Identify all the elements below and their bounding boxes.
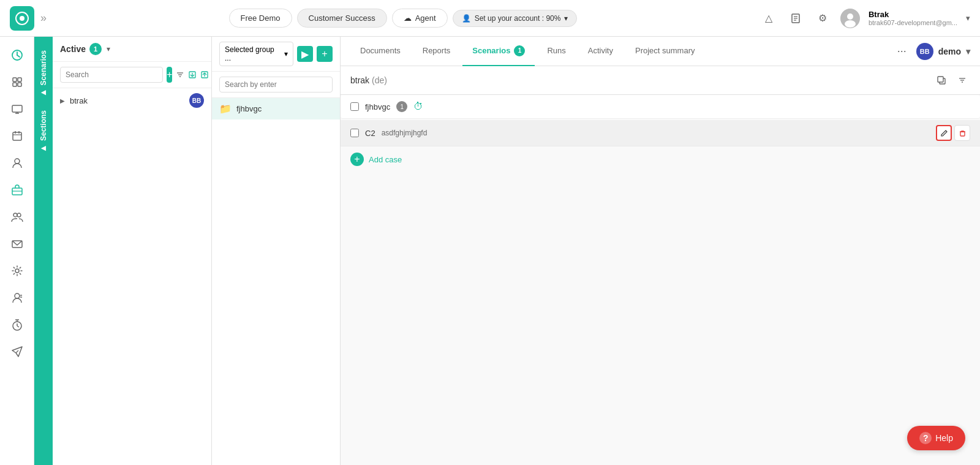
account-setup-button[interactable]: 👤 Set up your account : 90% ▾ bbox=[453, 10, 578, 27]
group-checkbox[interactable] bbox=[350, 102, 359, 111]
sidebar-item-user[interactable] bbox=[5, 151, 29, 175]
svg-rect-13 bbox=[18, 78, 21, 81]
document-icon[interactable] bbox=[786, 9, 805, 28]
case-id: C2 bbox=[365, 129, 375, 138]
tabs-sidebar: ◀ Scenarios ◀ Sections bbox=[34, 37, 53, 465]
folder-icon: 📁 bbox=[219, 103, 232, 115]
search-by-enter-input[interactable] bbox=[219, 77, 333, 93]
tab-project-summary[interactable]: Project summary bbox=[625, 37, 705, 66]
svg-line-11 bbox=[17, 55, 20, 57]
active-label: Active bbox=[60, 44, 86, 54]
sidebar-item-clock[interactable] bbox=[5, 43, 29, 67]
middle-panel: Selected group ... ▾ ▶ + 📁 fjhbvgc bbox=[212, 37, 341, 465]
main-content: Documents Reports Scenarios 1 Runs Activ… bbox=[341, 37, 980, 465]
more-options-button[interactable]: ··· bbox=[892, 42, 911, 60]
group-clock-icon: ⏱ bbox=[413, 101, 423, 112]
middle-toolbar: Selected group ... ▾ ▶ + bbox=[212, 37, 340, 72]
group-select-label: Selected group ... bbox=[225, 45, 282, 62]
sidebar-item-calendar[interactable] bbox=[5, 124, 29, 148]
add-scenario-button[interactable]: + bbox=[167, 67, 172, 83]
customer-success-button[interactable]: Customer Success bbox=[297, 9, 387, 28]
nav-tabs: Documents Reports Scenarios 1 Runs Activ… bbox=[341, 37, 980, 66]
settings-icon[interactable]: ⚙ bbox=[813, 9, 832, 28]
help-button[interactable]: ? Help bbox=[907, 426, 965, 450]
svg-point-1 bbox=[20, 16, 24, 21]
tab-activity[interactable]: Activity bbox=[578, 37, 623, 66]
tab-scenarios[interactable]: Scenarios 1 bbox=[462, 37, 535, 66]
tab-documents[interactable]: Documents bbox=[350, 37, 410, 66]
scenarios-tab-badge: 1 bbox=[514, 45, 525, 56]
svg-rect-14 bbox=[13, 83, 17, 86]
tree-item-label: btrak bbox=[70, 96, 184, 105]
case-actions bbox=[936, 125, 970, 141]
topbar-center: Free Demo Customer Success ☁ Agent 👤 Set… bbox=[53, 9, 753, 28]
svg-point-7 bbox=[847, 13, 853, 20]
active-filter[interactable]: Active 1 bbox=[60, 43, 102, 55]
search-input[interactable] bbox=[60, 67, 163, 83]
copy-scenarios-button[interactable] bbox=[933, 72, 949, 88]
group-badge: 1 bbox=[396, 101, 407, 112]
case-checkbox[interactable] bbox=[350, 129, 359, 137]
group-select[interactable]: Selected group ... ▾ bbox=[219, 42, 293, 66]
folder-item-fjhbvgc[interactable]: 📁 fjhbvgc bbox=[212, 98, 340, 119]
svg-point-23 bbox=[15, 159, 20, 164]
delete-case-button[interactable] bbox=[954, 125, 970, 141]
add-case-icon: + bbox=[350, 153, 364, 166]
svg-point-29 bbox=[15, 269, 19, 273]
active-chevron-icon[interactable]: ▾ bbox=[107, 45, 110, 53]
sidebar-item-team[interactable] bbox=[5, 205, 29, 229]
scenario-case-row[interactable]: C2 asdfghjmjhgfd bbox=[341, 120, 980, 146]
left-panel-toolbar: + bbox=[53, 62, 211, 88]
demo-chevron-icon: ▾ bbox=[966, 47, 970, 56]
tree-item-btrak[interactable]: ▶ btrak BB bbox=[53, 88, 211, 113]
filter-button[interactable] bbox=[176, 67, 184, 83]
sidebar-icons bbox=[0, 37, 34, 465]
svg-rect-19 bbox=[13, 132, 21, 140]
user-name: Btrak bbox=[869, 10, 957, 19]
topbar-right: △ ⚙ Btrak btrak607-development@gm... ▾ bbox=[760, 9, 970, 28]
free-demo-button[interactable]: Free Demo bbox=[229, 9, 292, 28]
svg-rect-51 bbox=[938, 77, 943, 82]
app-logo[interactable] bbox=[10, 6, 34, 31]
tab-reports[interactable]: Reports bbox=[413, 37, 461, 66]
play-button[interactable]: ▶ bbox=[297, 46, 313, 62]
export-button[interactable] bbox=[200, 67, 209, 83]
user-info[interactable]: Btrak btrak607-development@gm... bbox=[869, 10, 957, 26]
scenario-group-row[interactable]: fjhbvgc 1 ⏱ bbox=[341, 95, 980, 119]
filter-scenarios-button[interactable] bbox=[954, 72, 970, 88]
demo-label[interactable]: demo ▾ bbox=[938, 47, 970, 56]
tab-scenarios[interactable]: ◀ Scenarios bbox=[36, 43, 51, 103]
tab-sections[interactable]: ◀ Sections bbox=[36, 103, 51, 159]
alert-icon[interactable]: △ bbox=[760, 9, 778, 28]
avatar bbox=[840, 9, 860, 28]
group-select-chevron: ▾ bbox=[284, 50, 288, 58]
sidebar-item-timer[interactable] bbox=[5, 312, 29, 337]
sidebar-item-mail[interactable] bbox=[5, 232, 29, 256]
sidebar-item-user2[interactable] bbox=[5, 285, 29, 310]
agent-button[interactable]: ☁ Agent bbox=[392, 9, 448, 28]
sidebar-item-tv[interactable] bbox=[5, 97, 29, 121]
left-panel: Active 1 ▾ + bbox=[53, 37, 212, 465]
sidebar-item-settings[interactable] bbox=[5, 259, 29, 283]
edit-case-button[interactable] bbox=[936, 125, 952, 141]
tab-runs[interactable]: Runs bbox=[537, 37, 575, 66]
topbar-more-icon[interactable]: » bbox=[40, 12, 47, 25]
main-layout: ◀ Scenarios ◀ Sections Active 1 ▾ + bbox=[0, 37, 980, 465]
svg-point-30 bbox=[15, 293, 20, 298]
folder-list: 📁 fjhbvgc bbox=[212, 98, 340, 465]
sidebar-item-send[interactable] bbox=[5, 339, 29, 364]
svg-rect-15 bbox=[18, 83, 21, 86]
user-chevron-icon[interactable]: ▾ bbox=[966, 13, 970, 23]
folder-label: fjhbvgc bbox=[236, 104, 262, 113]
help-circle-icon: ? bbox=[919, 432, 932, 444]
nav-tabs-right: ··· BB demo ▾ bbox=[892, 42, 970, 60]
sidebar-item-grid[interactable] bbox=[5, 70, 29, 94]
svg-rect-12 bbox=[13, 78, 17, 81]
add-group-button[interactable]: + bbox=[317, 46, 333, 62]
user-setup-icon: 👤 bbox=[462, 14, 471, 23]
group-name: fjhbvgc bbox=[365, 102, 390, 112]
import-button[interactable] bbox=[188, 67, 197, 83]
add-case-row[interactable]: + Add case bbox=[341, 146, 980, 172]
sidebar-item-briefcase[interactable] bbox=[5, 178, 29, 202]
help-label: Help bbox=[935, 433, 953, 443]
